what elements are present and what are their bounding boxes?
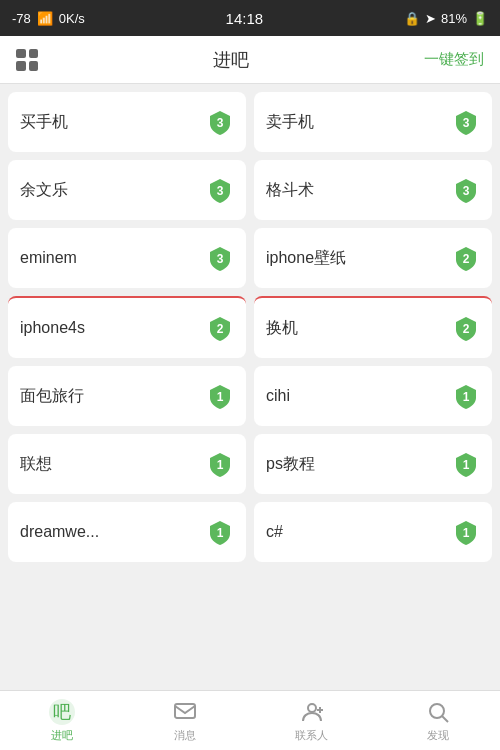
card-badge-9: 1 bbox=[452, 382, 480, 410]
svg-point-1 bbox=[308, 704, 316, 712]
card-badge-11: 1 bbox=[452, 450, 480, 478]
card-item-12[interactable]: dreamwe... 1 bbox=[8, 502, 246, 562]
battery-level: 81% bbox=[441, 11, 467, 26]
card-item-13[interactable]: c# 1 bbox=[254, 502, 492, 562]
card-text-4: eminem bbox=[20, 249, 77, 267]
card-text-13: c# bbox=[266, 523, 283, 541]
wifi-icon: 📶 bbox=[37, 11, 53, 26]
tab-jinba[interactable]: 吧 进吧 bbox=[49, 699, 75, 743]
card-badge-0: 3 bbox=[206, 108, 234, 136]
card-badge-12: 1 bbox=[206, 518, 234, 546]
svg-line-5 bbox=[442, 716, 448, 722]
tab-bar: 吧 进吧 消息 联系人 发现 bbox=[0, 690, 500, 750]
svg-rect-0 bbox=[175, 704, 195, 718]
battery-icon: 🔋 bbox=[472, 11, 488, 26]
card-badge-3: 3 bbox=[452, 176, 480, 204]
card-text-10: 联想 bbox=[20, 454, 52, 475]
card-item-5[interactable]: iphone壁纸 2 bbox=[254, 228, 492, 288]
card-item-2[interactable]: 余文乐 3 bbox=[8, 160, 246, 220]
card-text-7: 换机 bbox=[266, 318, 298, 339]
tab-messages-icon bbox=[172, 699, 198, 725]
card-text-2: 余文乐 bbox=[20, 180, 68, 201]
tab-messages[interactable]: 消息 bbox=[172, 699, 198, 743]
card-text-0: 买手机 bbox=[20, 112, 68, 133]
tab-discover[interactable]: 发现 bbox=[425, 699, 451, 743]
tab-contacts-icon bbox=[299, 699, 325, 725]
card-text-6: iphone4s bbox=[20, 319, 85, 337]
card-text-5: iphone壁纸 bbox=[266, 248, 346, 269]
card-item-1[interactable]: 卖手机 3 bbox=[254, 92, 492, 152]
card-badge-5: 2 bbox=[452, 244, 480, 272]
nav-bar: 进吧 一键签到 bbox=[0, 36, 500, 84]
card-text-11: ps教程 bbox=[266, 454, 315, 475]
card-text-9: cihi bbox=[266, 387, 290, 405]
network-speed: 0K/s bbox=[59, 11, 85, 26]
location-icon: ➤ bbox=[425, 11, 436, 26]
content-area: 买手机 3 卖手机 3 余文乐 3 格斗术 3 eminem 3 iphone壁… bbox=[0, 84, 500, 690]
card-badge-10: 1 bbox=[206, 450, 234, 478]
nav-title: 进吧 bbox=[213, 48, 249, 72]
card-badge-6: 2 bbox=[206, 314, 234, 342]
card-item-10[interactable]: 联想 1 bbox=[8, 434, 246, 494]
tab-contacts[interactable]: 联系人 bbox=[295, 699, 328, 743]
card-item-0[interactable]: 买手机 3 bbox=[8, 92, 246, 152]
tab-discover-icon bbox=[425, 699, 451, 725]
card-badge-8: 1 bbox=[206, 382, 234, 410]
grid-menu-icon[interactable] bbox=[16, 49, 38, 71]
card-text-3: 格斗术 bbox=[266, 180, 314, 201]
svg-point-4 bbox=[430, 704, 444, 718]
card-item-7[interactable]: 换机 2 bbox=[254, 296, 492, 358]
card-grid: 买手机 3 卖手机 3 余文乐 3 格斗术 3 eminem 3 iphone壁… bbox=[0, 92, 500, 562]
tab-messages-label: 消息 bbox=[174, 728, 196, 743]
card-item-3[interactable]: 格斗术 3 bbox=[254, 160, 492, 220]
one-click-checkin-button[interactable]: 一键签到 bbox=[424, 50, 484, 69]
card-item-4[interactable]: eminem 3 bbox=[8, 228, 246, 288]
card-badge-2: 3 bbox=[206, 176, 234, 204]
card-badge-1: 3 bbox=[452, 108, 480, 136]
tab-discover-label: 发现 bbox=[427, 728, 449, 743]
card-item-8[interactable]: 面包旅行 1 bbox=[8, 366, 246, 426]
card-badge-4: 3 bbox=[206, 244, 234, 272]
card-item-11[interactable]: ps教程 1 bbox=[254, 434, 492, 494]
tab-jinba-label: 进吧 bbox=[51, 728, 73, 743]
lock-icon: 🔒 bbox=[404, 11, 420, 26]
status-bar: -78 📶 0K/s 14:18 🔒 ➤ 81% 🔋 bbox=[0, 0, 500, 36]
status-time: 14:18 bbox=[226, 10, 264, 27]
card-text-8: 面包旅行 bbox=[20, 386, 84, 407]
signal-strength: -78 bbox=[12, 11, 31, 26]
status-right: 🔒 ➤ 81% 🔋 bbox=[404, 11, 488, 26]
card-badge-7: 2 bbox=[452, 314, 480, 342]
tab-jinba-icon: 吧 bbox=[49, 699, 75, 725]
status-left: -78 📶 0K/s bbox=[12, 11, 85, 26]
card-text-1: 卖手机 bbox=[266, 112, 314, 133]
card-item-6[interactable]: iphone4s 2 bbox=[8, 296, 246, 358]
card-badge-13: 1 bbox=[452, 518, 480, 546]
card-text-12: dreamwe... bbox=[20, 523, 99, 541]
card-item-9[interactable]: cihi 1 bbox=[254, 366, 492, 426]
tab-contacts-label: 联系人 bbox=[295, 728, 328, 743]
